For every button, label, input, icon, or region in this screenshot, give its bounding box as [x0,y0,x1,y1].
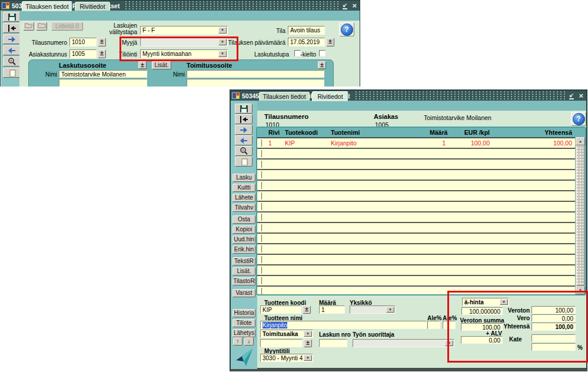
chevron-down-icon[interactable]: ▼ [218,39,227,45]
move-row-up-button[interactable]: ↑ [233,337,242,346]
toimitusaika-field[interactable] [260,339,303,347]
sidebar-button-tilastor[interactable]: TilastoR [232,277,255,285]
paivamaara-field[interactable]: 17.05.2019 [288,38,325,46]
sidebar-button-osta[interactable]: Osta [232,215,255,224]
row-checkbox[interactable] [261,161,263,168]
empty-row[interactable] [257,223,585,234]
chevron-down-icon[interactable]: ▼ [445,340,453,346]
sidebar-button-varast[interactable]: Varast [232,289,255,297]
tyon-suorittaja-combo[interactable]: ▼ [353,339,454,347]
billing-address-spinner[interactable]: ± [138,61,147,69]
sidebar-button-tilvahv[interactable]: Tilvahv [232,204,255,212]
close-icon[interactable]: × [579,92,583,99]
kate-percent-field[interactable] [531,343,576,351]
sidebar-button-lasku[interactable]: Lasku [232,174,255,182]
tab-tilauksen-tiedot[interactable]: Tilauksen tiedot [22,1,72,11]
save-button[interactable] [3,12,21,22]
empty-row[interactable] [257,255,585,265]
tuotteen-koodi-field[interactable]: KIP [260,305,301,314]
empty-row[interactable] [257,181,585,191]
open-folder-button[interactable] [23,22,34,31]
row-checkbox[interactable] [261,256,263,263]
save-button[interactable] [235,104,253,114]
help-button[interactable]: ? [339,22,354,36]
row-checkbox[interactable] [261,192,263,200]
close-icon[interactable]: × [352,2,357,9]
scroll-down-icon[interactable]: ▼ [576,286,585,294]
exit-button[interactable] [3,23,21,33]
order-line-row[interactable]: 1KIPKirjanpito1100,00100,00 [257,138,585,149]
row-checkbox[interactable] [261,150,263,157]
row-checkbox[interactable] [261,214,263,221]
empty-row[interactable] [257,202,585,212]
chevron-down-icon[interactable]: ▼ [218,51,227,57]
help-button[interactable]: ? [571,112,586,126]
yksikko-combo[interactable]: ▼ [350,305,396,314]
empty-row[interactable] [257,160,585,170]
move-row-down-button[interactable]: ↓ [244,337,254,346]
myyja-combo[interactable]: ▼ [140,38,228,46]
scrollbar-thumb[interactable] [576,145,584,286]
new-record-button[interactable] [3,68,21,78]
empty-row[interactable] [257,149,585,160]
empty-row[interactable] [257,191,585,202]
valitystapa-combo[interactable]: F - F ▼ [140,26,228,35]
tiliointi-combo[interactable]: Myynti kotimaahan ▼ [140,49,228,58]
laskun-nro-field[interactable] [319,339,347,347]
lisat-button[interactable]: Lisät. [152,61,171,69]
tab-tilauksen-tiedot[interactable]: Tilauksen tiedot [259,92,310,101]
shipping-address-spinner[interactable]: ± [318,61,326,69]
row-checkbox[interactable] [261,277,263,284]
empty-row[interactable] [257,212,585,223]
row-checkbox[interactable] [261,140,263,147]
shipping-name-field[interactable] [187,70,324,78]
billing-name-field[interactable]: Toimistotarvike Moilanen [59,70,147,78]
sidebar-button-tiliote[interactable]: Tiliote [232,319,255,327]
row-checkbox[interactable] [261,267,263,274]
kielto-checkbox[interactable] [319,50,325,57]
kate-field[interactable] [531,334,576,342]
chevron-down-icon[interactable]: ▼ [304,355,312,361]
row-checkbox[interactable] [261,182,263,189]
scroll-up-icon[interactable]: ▲ [576,137,585,145]
a-hinta-combo[interactable]: ä-hinta ▼ [462,298,509,306]
sidebar-button-tekstir[interactable]: TekstiR [232,257,255,265]
billing-address2-field[interactable] [59,79,147,87]
empty-row[interactable] [257,234,585,244]
tab-rivitiedot[interactable]: Rivitiedot [312,91,348,101]
chevron-down-icon[interactable]: ▼ [218,27,227,34]
exit-button[interactable] [235,114,253,124]
empty-row[interactable] [257,276,585,287]
empty-row[interactable] [257,287,585,295]
chevron-down-icon[interactable]: ▼ [500,299,508,305]
paivamaara-spinner[interactable]: ± [326,38,334,46]
empty-row[interactable] [257,244,585,255]
chevron-down-icon[interactable]: ▼ [386,307,394,313]
tuotteen-koodi-spinner[interactable]: ± [303,305,311,314]
myyntitili-combo[interactable]: 3030 - Myynti 4 ▼ [260,354,313,362]
sidebar-button-erik-hin[interactable]: Erik.hin [232,245,255,254]
folder-button[interactable] [36,22,47,31]
sidebar-button-kopioi[interactable]: Kopioi [232,225,255,234]
ale1-field[interactable] [427,321,440,329]
search-button[interactable]: ? [3,57,21,67]
sidebar-button-l-hetys[interactable]: Lähetys [232,329,255,337]
toimitusaika-combo[interactable]: Toimitusaika ▼ [260,330,313,338]
next-record-button[interactable] [3,34,21,44]
sidebar-button-uud-hin[interactable]: Uud.hin [232,235,255,244]
row-checkbox[interactable] [261,171,263,178]
shipping-address2-field[interactable] [187,79,324,87]
row-checkbox[interactable] [261,235,263,242]
sidebar-button-kuitti[interactable]: Kuitti [232,184,255,192]
toimitusaika-spinner[interactable]: ± [304,339,312,347]
new-record-button[interactable] [235,157,253,167]
maara-field[interactable]: 1 [319,305,345,314]
row-checkbox[interactable] [261,288,263,295]
ale2-field[interactable] [443,321,456,329]
tuotteen-nimi-field[interactable]: Kirjanpito [260,321,427,329]
sidebar-button-lis-t-[interactable]: Lisät. [232,267,255,275]
tab-rivitiedot[interactable]: Rivitiedot [75,2,110,11]
row-checkbox[interactable] [261,224,263,231]
next-record-button[interactable] [235,125,253,135]
row-checkbox[interactable] [261,203,263,210]
